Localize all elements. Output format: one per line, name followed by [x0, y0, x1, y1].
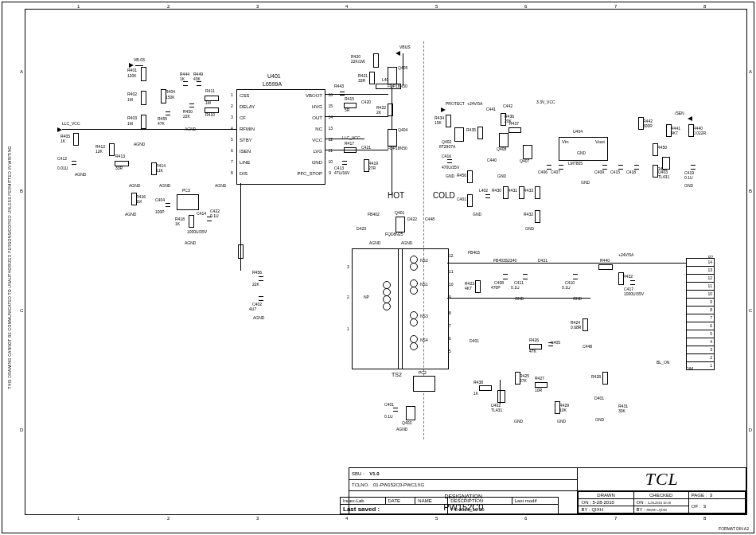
val-d403: 0.1U: [210, 213, 219, 218]
ref-q404: Q404: [398, 127, 407, 132]
net-vbus: VBUS: [399, 45, 411, 49]
gnd-label: GND: [515, 296, 524, 301]
port-protect: [441, 107, 446, 112]
ref-r456: C401: [457, 197, 466, 201]
ref-c440: C416: [442, 154, 451, 158]
ref-u401: U401: [267, 73, 281, 79]
sbu-value: V1.0: [369, 471, 379, 476]
rev-hdr-mod: Last modif: [512, 498, 558, 505]
val-c416: 0.1U: [562, 285, 571, 290]
val-r426: 47K: [529, 349, 536, 353]
pin-lvg: LVG: [313, 149, 322, 154]
r418: [189, 215, 194, 228]
c402: [183, 81, 188, 86]
side-copyright: THIS DRAWING CANNOT BE COMMUNICATED TO U…: [7, 146, 12, 389]
val-r429: 10K: [559, 408, 567, 412]
agnd-label: AGND: [134, 142, 145, 146]
val-c419: 47U/16V: [334, 170, 349, 175]
r412: [109, 143, 115, 156]
last-saved-label: Last saved :: [343, 506, 380, 513]
val-c405: 47K: [158, 121, 165, 126]
c407-l: [393, 408, 398, 412]
port-sen: [688, 116, 692, 121]
pin-stby: STBY: [240, 138, 252, 143]
part-q401: FQD8N25: [385, 232, 403, 236]
r-line: [238, 244, 244, 259]
val-r416: 1M: [136, 199, 142, 204]
r455: [467, 170, 473, 183]
col-mark: 4: [345, 4, 348, 9]
drawn-label: DRAWN: [579, 492, 633, 499]
pin-cf: CF: [240, 115, 246, 120]
r424: [583, 318, 588, 331]
val-r424: 0.68R: [571, 325, 581, 330]
net-vb03: VB-03: [134, 57, 145, 62]
ref-q401: Q401: [395, 210, 404, 215]
ref-q405: Q405: [398, 65, 407, 70]
row-mark: B: [20, 189, 23, 193]
c416: [573, 274, 578, 279]
pin-delay: DELAY: [240, 104, 255, 109]
ref-d423: D401: [594, 396, 604, 400]
net-sen: /SEN: [675, 111, 684, 115]
pin-gnd: GND: [312, 160, 322, 165]
col-mark: 6: [524, 516, 527, 521]
ref-r449: R450: [657, 145, 667, 150]
val-c440: 470U/35V: [442, 165, 459, 170]
ref-r413: R413: [115, 154, 125, 158]
row-mark: B: [749, 189, 752, 193]
ref-d422: C448: [583, 344, 592, 349]
col-mark: 3: [256, 516, 259, 521]
pin-rfmin: RFMIN: [240, 127, 255, 131]
val-c420: 1000U/35V: [187, 229, 207, 234]
rev-hdr-date: DATE: [385, 498, 415, 505]
pin-isen: ISEN: [240, 149, 251, 154]
ic-u404: Vin Vout GND: [559, 137, 608, 161]
wind-ns2: NS2: [420, 258, 428, 263]
c442: [691, 165, 696, 170]
val-r443: 4K7: [671, 131, 678, 135]
ref-ts2: TS2: [392, 372, 402, 377]
val-r412: 12K: [95, 149, 103, 154]
val-r405: 1K: [60, 139, 65, 143]
ref-fb402: C448: [425, 217, 435, 221]
port-llcvcc: [57, 127, 62, 132]
c440: [447, 159, 452, 163]
col-mark: 7: [614, 516, 617, 521]
rev-hdr-name: NAME: [415, 498, 448, 505]
ref-r455: R456: [457, 173, 466, 178]
wind-ns3: NS3: [420, 314, 428, 318]
ref-r431: R431: [508, 188, 517, 193]
agnd-label: AGND: [215, 183, 226, 188]
page-label: PAGE :: [692, 493, 707, 498]
ref-c407: C401: [384, 402, 394, 407]
ref-c410: C404: [155, 197, 165, 202]
agnd-label: AGND: [369, 240, 380, 245]
val-c441: 1000U/35V: [624, 291, 644, 296]
val-r404: 150K: [166, 95, 175, 100]
q402: [454, 127, 464, 142]
q403: [406, 406, 415, 420]
col-mark: 8: [703, 516, 706, 521]
net-3v3: 3.3V_VCC: [536, 100, 555, 104]
val-c408: 4U7: [249, 307, 256, 311]
wind-np: NP: [364, 295, 369, 299]
ref-r426: R426: [529, 338, 539, 342]
cold-label: COLD: [433, 191, 455, 200]
rev-hdr-index: Index-Lab: [341, 498, 386, 505]
c403: [197, 81, 201, 86]
agnd-label: AGND: [185, 240, 196, 245]
c448: [485, 194, 490, 198]
row-mark: A: [749, 69, 752, 74]
ref-c14: D422: [407, 217, 417, 221]
net-24v5a-2: +24V/5A: [618, 252, 633, 257]
drawing-frame: 1 2 3 4 5 6 7 8 1 2 3 4 5 6 7 8 A B C D …: [25, 9, 747, 515]
gnd-label: GND: [514, 419, 523, 424]
ref-c422: C418: [626, 170, 636, 174]
format-label: FORMAT DIN A2: [719, 526, 749, 531]
gnd-label: GND: [446, 174, 454, 178]
ref-r436: R435: [466, 127, 476, 132]
val-r440: 1K: [473, 391, 478, 396]
agnd-label: AGND: [129, 183, 140, 188]
ref-r415: R415: [345, 96, 354, 101]
